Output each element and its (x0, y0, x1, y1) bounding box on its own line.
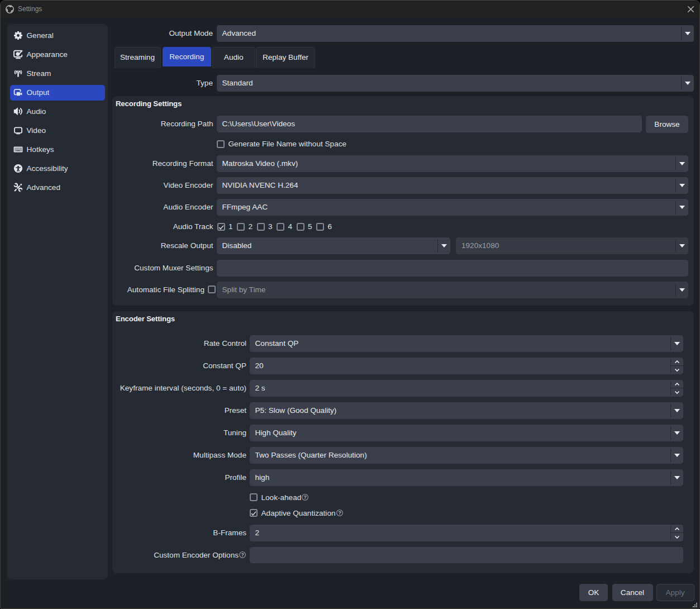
svg-text:?: ? (241, 551, 244, 557)
svg-text:?: ? (304, 494, 307, 500)
svg-text:?: ? (338, 510, 341, 516)
